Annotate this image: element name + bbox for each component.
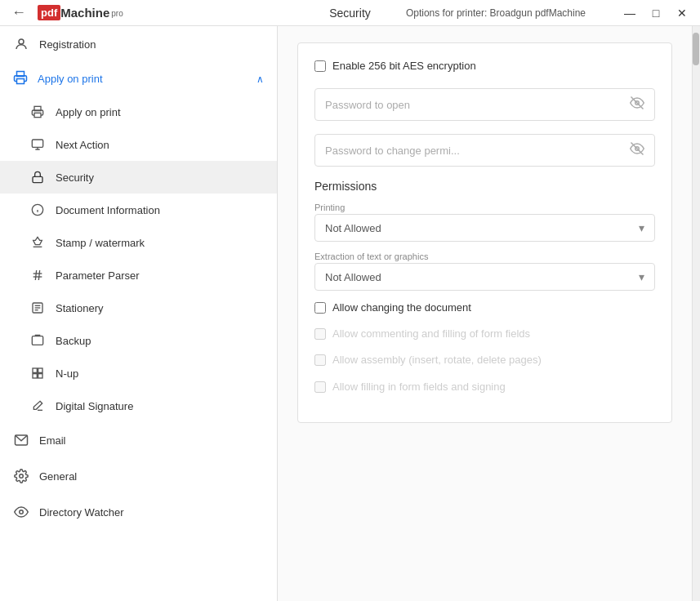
- extraction-dropdown-icon: ▾: [639, 270, 644, 283]
- digital-signature-label: Digital Signature: [56, 400, 133, 412]
- sidebar-item-directory-watcher[interactable]: Directory Watcher: [0, 494, 277, 530]
- perm-allow-commenting-row: Allow commenting and filling of form fie…: [314, 327, 655, 341]
- svg-rect-19: [32, 336, 42, 345]
- perm-allow-changing-row: Allow changing the document: [314, 300, 655, 315]
- printer-icon: [13, 70, 28, 87]
- email-label: Email: [39, 434, 66, 447]
- svg-rect-20: [33, 368, 37, 372]
- toggle-password-permi-icon[interactable]: [630, 141, 644, 159]
- signature-icon: [29, 398, 46, 414]
- allow-commenting-label[interactable]: Allow commenting and filling of form fie…: [332, 327, 530, 341]
- password-permi-input[interactable]: [325, 145, 630, 157]
- sidebar-item-backup[interactable]: Backup: [0, 324, 277, 357]
- maximize-button[interactable]: □: [644, 2, 667, 24]
- svg-rect-6: [33, 176, 42, 182]
- sidebar-item-apply-on-print-sub[interactable]: Apply on print: [0, 96, 277, 128]
- sidebar-item-email[interactable]: Email: [0, 422, 277, 458]
- svg-rect-23: [38, 374, 42, 378]
- printing-dropdown-icon: ▾: [639, 221, 644, 234]
- close-button[interactable]: ✕: [671, 2, 693, 24]
- content-area: Enable 256 bit AES encryption Permission…: [278, 26, 692, 601]
- back-button[interactable]: ←: [7, 2, 31, 23]
- sidebar-item-general[interactable]: General: [0, 458, 277, 494]
- sidebar-sub-label: Apply on print: [56, 106, 121, 118]
- scrollbar-thumb: [693, 33, 699, 65]
- svg-rect-21: [38, 368, 42, 372]
- logo-pdf: pdf: [38, 5, 60, 20]
- titlebar-left: ← pdf Machine pro: [7, 2, 123, 23]
- toggle-password-open-icon[interactable]: [630, 96, 644, 114]
- main-layout: Registration Apply on print ∧: [0, 26, 700, 601]
- subtitle-text: Options for printer: Broadgun pdfMachine: [406, 7, 586, 19]
- document-info-label: Document Information: [56, 204, 160, 216]
- directory-watcher-label: Directory Watcher: [39, 506, 124, 519]
- sidebar-item-label: Registration: [39, 38, 96, 51]
- sub-printer-icon: [29, 104, 46, 120]
- encryption-label[interactable]: Enable 256 bit AES encryption: [332, 60, 476, 72]
- svg-rect-22: [33, 374, 37, 378]
- sidebar-scroll: Registration Apply on print ∧: [0, 26, 277, 601]
- password-open-field[interactable]: [314, 88, 655, 121]
- logo-machine: Machine: [60, 6, 109, 20]
- titlebar: ← pdf Machine pro Security Options for p…: [0, 0, 700, 26]
- next-action-icon: [29, 136, 46, 153]
- extraction-group: Extraction of text or graphics Not Allow…: [314, 252, 655, 291]
- printing-value: Not Allowed: [325, 222, 381, 234]
- encryption-row: Enable 256 bit AES encryption: [314, 60, 655, 72]
- sidebar-item-parameter-parser[interactable]: Parameter Parser: [0, 259, 277, 292]
- stationery-icon: [29, 300, 46, 316]
- sidebar-item-registration[interactable]: Registration: [0, 26, 277, 62]
- sidebar-item-security[interactable]: Security: [0, 161, 277, 194]
- security-label: Security: [56, 171, 94, 184]
- minimize-button[interactable]: —: [618, 2, 641, 24]
- allow-changing-checkbox[interactable]: [314, 302, 326, 314]
- nav-group-header-left: Apply on print: [13, 70, 103, 87]
- sidebar: Registration Apply on print ∧: [0, 26, 278, 601]
- svg-line-14: [38, 270, 39, 280]
- stamp-icon: [29, 234, 46, 251]
- info-icon: [29, 202, 46, 218]
- printing-select[interactable]: Not Allowed ▾: [314, 214, 655, 242]
- svg-point-0: [19, 39, 24, 44]
- sidebar-item-stationery[interactable]: Stationery: [0, 292, 277, 324]
- perm-allow-assembly-row: Allow assembly (insert, rotate, delete p…: [314, 353, 655, 367]
- svg-point-26: [20, 510, 24, 514]
- printing-group: Printing Not Allowed ▾: [314, 203, 655, 242]
- apply-on-print-label: Apply on print: [38, 73, 103, 85]
- allow-assembly-label[interactable]: Allow assembly (insert, rotate, delete p…: [332, 353, 542, 367]
- allow-filling-checkbox[interactable]: [314, 381, 326, 393]
- gear-icon: [13, 468, 29, 484]
- password-open-input[interactable]: [325, 99, 630, 111]
- printing-label: Printing: [314, 203, 655, 212]
- logo-pro: pro: [111, 9, 123, 18]
- svg-rect-4: [34, 113, 41, 117]
- allow-filling-label[interactable]: Allow filling in form fields and signing: [332, 380, 506, 394]
- titlebar-right: Options for printer: Broadgun pdfMachine…: [406, 2, 693, 24]
- allow-assembly-checkbox[interactable]: [314, 354, 326, 366]
- encryption-checkbox[interactable]: [314, 60, 326, 72]
- window-controls: — □ ✕: [618, 2, 693, 24]
- allow-changing-label[interactable]: Allow changing the document: [332, 300, 471, 315]
- permissions-heading: Permissions: [314, 180, 655, 193]
- extraction-select[interactable]: Not Allowed ▾: [314, 263, 655, 291]
- extraction-value: Not Allowed: [325, 271, 381, 283]
- sidebar-item-apply-on-print[interactable]: Apply on print ∧: [0, 62, 277, 96]
- sidebar-item-stamp[interactable]: Stamp / watermark: [0, 226, 277, 259]
- next-action-label: Next Action: [56, 139, 109, 151]
- email-icon: [13, 432, 29, 448]
- stationery-label: Stationery: [56, 302, 104, 314]
- parameter-parser-label: Parameter Parser: [56, 269, 140, 282]
- window-title: Security: [329, 7, 371, 20]
- allow-commenting-checkbox[interactable]: [314, 328, 326, 340]
- svg-line-13: [35, 270, 36, 280]
- right-scrollbar[interactable]: [692, 26, 700, 601]
- password-permi-field[interactable]: [314, 134, 655, 167]
- hash-icon: [29, 267, 46, 283]
- sidebar-item-next-action[interactable]: Next Action: [0, 128, 277, 161]
- sidebar-item-document-info[interactable]: Document Information: [0, 194, 277, 226]
- chevron-up-icon: ∧: [256, 73, 264, 85]
- sidebar-item-nup[interactable]: N-up: [0, 357, 277, 390]
- sidebar-item-digital-signature[interactable]: Digital Signature: [0, 390, 277, 422]
- person-icon: [13, 36, 29, 52]
- logo: pdf Machine pro: [38, 5, 123, 20]
